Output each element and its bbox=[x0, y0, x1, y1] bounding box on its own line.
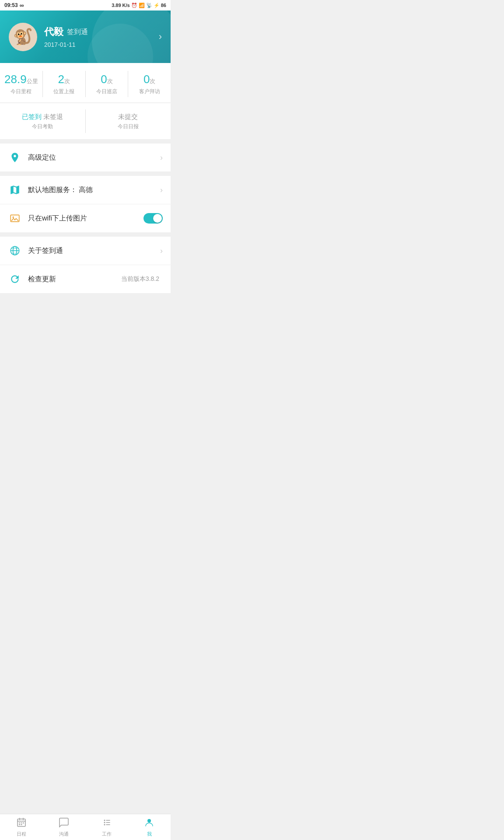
about-arrow: › bbox=[160, 246, 163, 256]
stat-item-patrol: 0次 今日巡店 bbox=[86, 71, 129, 97]
bottom-spacer bbox=[0, 293, 171, 324]
map-icon bbox=[8, 183, 22, 197]
charge-icon: ⚡ bbox=[154, 3, 160, 8]
check-update-version: 当前版本3.8.2 bbox=[121, 275, 159, 283]
stat-label-mileage: 今日里程 bbox=[4, 88, 39, 95]
stat-unit-patrol: 次 bbox=[107, 78, 113, 84]
status-right: 3.89 K/s ⏰ 📶 📡 ⚡ 86 bbox=[112, 3, 166, 8]
menu-section-2: 默认地图服务： 高德 › 只在wifi下上传图片 bbox=[0, 176, 171, 232]
stat-label-visit: 客户拜访 bbox=[132, 88, 167, 95]
stat-label-location: 位置上报 bbox=[46, 88, 82, 95]
attendance-checkin-status: 已签到 未签退 bbox=[0, 112, 85, 121]
profile-name: 代毅 bbox=[44, 25, 63, 38]
stats-row: 28.9公里 今日里程 2次 位置上报 0次 今日巡店 0次 客户拜访 bbox=[0, 71, 171, 97]
battery-level: 86 bbox=[161, 3, 166, 8]
check-update-label: 检查更新 bbox=[28, 275, 121, 284]
stat-number-location: 2次 bbox=[46, 73, 82, 86]
menu-item-default-map[interactable]: 默认地图服务： 高德 › bbox=[0, 176, 171, 204]
attendance-item-checkin[interactable]: 已签到 未签退 今日考勤 bbox=[0, 109, 86, 133]
profile-app-name: 签到通 bbox=[67, 28, 88, 37]
attendance-report-status: 未提交 bbox=[86, 112, 171, 121]
default-map-label: 默认地图服务： 高德 bbox=[28, 186, 160, 195]
stat-unit-mileage: 公里 bbox=[27, 78, 38, 84]
menu-item-check-update[interactable]: 检查更新 当前版本3.8.2 bbox=[0, 265, 171, 293]
status-time: 09:53 bbox=[4, 2, 18, 8]
profile-name-row: 代毅 签到通 bbox=[44, 25, 159, 38]
signal-icon: 📡 bbox=[146, 3, 152, 8]
section-divider-3 bbox=[0, 232, 171, 237]
avatar: 🐒 bbox=[9, 23, 37, 51]
header-arrow[interactable]: › bbox=[159, 31, 162, 42]
wifi-upload-label: 只在wifi下上传图片 bbox=[28, 214, 144, 223]
infinity-icon: ∞ bbox=[20, 2, 24, 9]
section-divider-1 bbox=[0, 139, 171, 144]
profile-date: 2017-01-11 bbox=[44, 41, 159, 48]
attendance-report-label: 今日日报 bbox=[86, 123, 171, 130]
menu-item-advanced-location[interactable]: 高级定位 › bbox=[0, 144, 171, 172]
svg-point-1 bbox=[13, 217, 14, 218]
stats-section: 28.9公里 今日里程 2次 位置上报 0次 今日巡店 0次 客户拜访 bbox=[0, 63, 171, 102]
header-banner[interactable]: 🐒 代毅 签到通 2017-01-11 › bbox=[0, 10, 171, 63]
wifi-upload-toggle[interactable] bbox=[144, 213, 163, 224]
stat-item-location: 2次 位置上报 bbox=[43, 71, 86, 97]
stat-unit-visit: 次 bbox=[150, 78, 155, 84]
advanced-location-arrow: › bbox=[160, 153, 163, 162]
menu-section-1: 高级定位 › bbox=[0, 144, 171, 172]
clock-icon: ⏰ bbox=[131, 3, 137, 8]
status-left: 09:53 ∞ bbox=[4, 2, 24, 9]
network-speed: 3.89 K/s bbox=[112, 3, 130, 8]
stat-number-visit: 0次 bbox=[132, 73, 167, 86]
menu-section-3: 关于签到通 › 检查更新 当前版本3.8.2 bbox=[0, 237, 171, 293]
stat-item-visit: 0次 客户拜访 bbox=[128, 71, 171, 97]
section-divider-2 bbox=[0, 172, 171, 176]
attendance-checkin-label: 今日考勤 bbox=[0, 123, 85, 130]
refresh-icon bbox=[8, 272, 22, 286]
signed-status: 已签到 bbox=[22, 113, 42, 120]
attendance-item-report[interactable]: 未提交 今日日报 bbox=[86, 109, 171, 133]
photo-icon bbox=[8, 211, 22, 225]
profile-info: 代毅 签到通 2017-01-11 bbox=[44, 25, 159, 48]
stat-item-mileage: 28.9公里 今日里程 bbox=[0, 71, 43, 97]
menu-item-about[interactable]: 关于签到通 › bbox=[0, 237, 171, 265]
default-map-arrow: › bbox=[160, 186, 163, 195]
globe-icon bbox=[8, 244, 22, 258]
attendance-section: 已签到 未签退 今日考勤 未提交 今日日报 bbox=[0, 103, 171, 139]
menu-item-wifi-upload[interactable]: 只在wifi下上传图片 bbox=[0, 204, 171, 232]
location-icon bbox=[8, 150, 22, 164]
stat-label-patrol: 今日巡店 bbox=[89, 88, 125, 95]
about-label: 关于签到通 bbox=[28, 246, 160, 256]
wifi-icon: 📶 bbox=[139, 3, 145, 8]
stat-unit-location: 次 bbox=[64, 78, 70, 84]
advanced-location-label: 高级定位 bbox=[28, 153, 160, 162]
stat-number-patrol: 0次 bbox=[89, 73, 125, 86]
unsigned-status: 未签退 bbox=[43, 113, 63, 120]
stat-number-mileage: 28.9公里 bbox=[4, 73, 39, 86]
status-bar: 09:53 ∞ 3.89 K/s ⏰ 📶 📡 ⚡ 86 bbox=[0, 0, 171, 10]
